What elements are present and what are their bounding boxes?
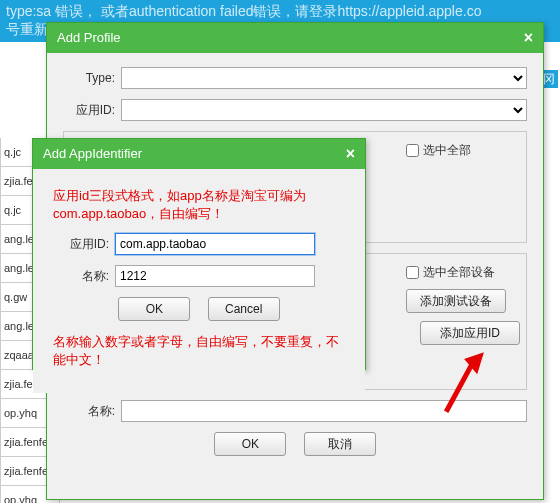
add-test-device-button[interactable]: 添加测试设备 — [406, 289, 506, 313]
name-field-label: 名称: — [49, 268, 115, 285]
select-all-check[interactable]: 选中全部 — [406, 142, 516, 159]
appid-ok-button[interactable]: OK — [118, 297, 190, 321]
appid-label: 应用ID: — [63, 102, 121, 119]
select-all-checkbox[interactable] — [406, 144, 419, 157]
add-appid-titlebar: Add AppIdentifier × — [33, 139, 365, 169]
close-icon[interactable]: × — [346, 139, 355, 169]
profile-cancel-button[interactable]: 取消 — [304, 432, 376, 456]
select-all-dev-label: 选中全部设备 — [423, 264, 495, 281]
banner-text-1: type:sa 错误， 或者authentication failed错误，请登… — [6, 2, 554, 20]
type-label: Type: — [63, 71, 121, 85]
appid-cancel-button[interactable]: Cancel — [208, 297, 280, 321]
appid-input[interactable] — [115, 233, 315, 255]
name-input[interactable] — [115, 265, 315, 287]
appid-field-label: 应用ID: — [49, 236, 115, 253]
hint-text-1: 应用id三段式格式，如app名称是淘宝可编为com.app.taobao，自由编… — [53, 187, 345, 223]
hint-text-2: 名称输入数字或者字母，自由编写，不要重复，不能中文！ — [53, 333, 345, 369]
select-all-dev-check[interactable]: 选中全部设备 — [406, 264, 516, 281]
close-icon[interactable]: × — [524, 23, 533, 53]
add-profile-title: Add Profile — [57, 23, 121, 53]
name-label: 名称: — [63, 403, 121, 420]
add-appid-dialog: Add AppIdentifier × 应用id三段式格式，如app名称是淘宝可… — [32, 138, 366, 370]
add-profile-titlebar: Add Profile × — [47, 23, 543, 53]
appid-select[interactable] — [121, 99, 527, 121]
add-appid-button[interactable]: 添加应用ID — [420, 321, 520, 345]
select-all-dev-checkbox[interactable] — [406, 266, 419, 279]
add-appid-title: Add AppIdentifier — [43, 139, 142, 169]
type-select[interactable] — [121, 67, 527, 89]
select-all-label: 选中全部 — [423, 142, 471, 159]
profile-ok-button[interactable]: OK — [214, 432, 286, 456]
